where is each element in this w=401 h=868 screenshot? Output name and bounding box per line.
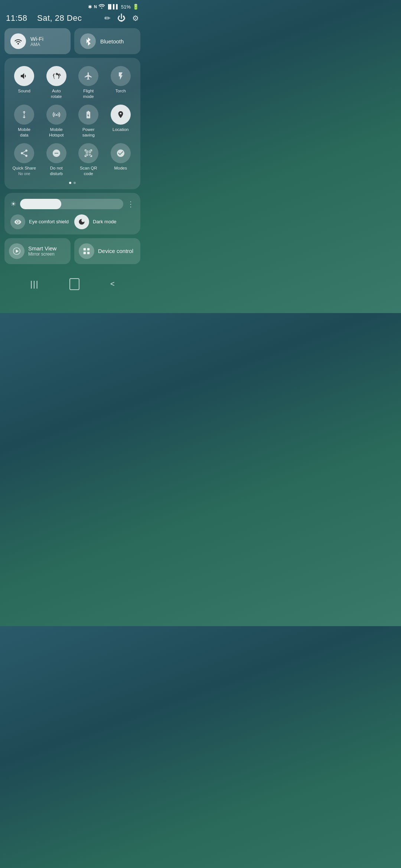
svg-text:A: A <box>17 220 19 223</box>
powersaving-icon <box>78 105 98 125</box>
scanqr-tile[interactable]: Scan QRcode <box>73 142 104 178</box>
mobiledata-tile[interactable]: Mobiledata <box>9 103 40 139</box>
brightness-track[interactable] <box>20 199 123 209</box>
scanqr-label: Scan QRcode <box>80 165 97 177</box>
bluetooth-tile[interactable]: Bluetooth <box>74 28 140 54</box>
wifi-tile-icon <box>10 33 26 49</box>
location-icon <box>111 105 131 125</box>
mobiledata-label: Mobiledata <box>18 127 30 138</box>
status-bar: ✱ N ▐▌▌▌ 51% 🔋 <box>0 0 145 12</box>
sound-icon <box>14 66 34 86</box>
svg-rect-7 <box>84 251 86 254</box>
time: 11:58 <box>6 13 27 23</box>
autorotate-tile[interactable]: Autorotate <box>41 65 72 101</box>
smartview-label: Smart View <box>28 245 56 251</box>
svg-rect-8 <box>87 251 89 254</box>
location-tile[interactable]: Location <box>105 103 136 139</box>
nfc-status-icon: N <box>94 4 97 9</box>
flightmode-tile[interactable]: Flightmode <box>73 65 104 101</box>
wifi-status-icon <box>99 4 105 10</box>
brightness-more-button[interactable]: ⋮ <box>127 200 134 208</box>
bluetooth-tile-icon <box>80 33 96 49</box>
brightness-fill <box>20 199 61 209</box>
mobiledata-icon <box>14 105 34 125</box>
donotdisturb-icon <box>46 143 66 163</box>
autorotate-icon <box>46 66 66 86</box>
svg-rect-6 <box>87 248 89 250</box>
devicecontrol-text: Device control <box>98 248 133 254</box>
header-actions: ✏ ⏻ ⚙ <box>104 13 139 23</box>
sound-label: Sound <box>18 88 30 94</box>
quick-grid-container: Sound Autorotate Flightmode <box>4 58 140 189</box>
location-label: Location <box>113 127 128 132</box>
header-row: 11:58 Sat, 28 Dec ✏ ⏻ ⚙ <box>0 12 145 28</box>
sound-tile[interactable]: Sound <box>9 65 40 101</box>
svg-point-0 <box>17 43 19 45</box>
signal-icon: ▐▌▌▌ <box>107 4 119 9</box>
devicecontrol-tile[interactable]: Device control <box>74 238 140 264</box>
nav-bar: ||| < <box>0 272 145 294</box>
pagination-dots <box>9 182 136 184</box>
battery-percent: 51% <box>121 4 131 10</box>
quick-grid: Sound Autorotate Flightmode <box>9 65 136 178</box>
modes-label: Modes <box>114 165 127 171</box>
dark-mode-tile[interactable]: Dark mode <box>74 214 134 229</box>
devicecontrol-label: Device control <box>98 248 133 254</box>
dark-mode-label: Dark mode <box>93 219 117 224</box>
powersaving-label: Powersaving <box>82 127 95 138</box>
donotdisturb-tile[interactable]: Do notdisturb <box>41 142 72 178</box>
quickshare-tile[interactable]: Quick ShareNo one <box>9 142 40 178</box>
date: Sat, 28 Dec <box>37 13 82 23</box>
bluetooth-label: Bluetooth <box>100 38 124 45</box>
top-quick-tiles: Wi-Fi AMA Bluetooth <box>0 28 145 54</box>
wifi-network-name: AMA <box>30 42 43 47</box>
modes-icon <box>111 143 131 163</box>
quickshare-label: Quick ShareNo one <box>13 165 36 177</box>
torch-label: Torch <box>115 88 126 94</box>
comfort-dark-row: A Eye comfort shield Dark mode <box>10 214 134 229</box>
autorotate-label: Autorotate <box>51 88 62 99</box>
status-icons: ✱ N ▐▌▌▌ 51% 🔋 <box>88 4 139 10</box>
eye-comfort-tile[interactable]: A Eye comfort shield <box>10 214 71 229</box>
smartview-sublabel: Mirror screen <box>28 251 56 257</box>
torch-tile[interactable]: Torch <box>105 65 136 101</box>
wifi-label: Wi-Fi <box>30 36 43 42</box>
brightness-icon: ☀ <box>10 200 16 208</box>
battery-icon: 🔋 <box>133 4 139 10</box>
modes-tile[interactable]: Modes <box>105 142 136 178</box>
home-button[interactable] <box>69 278 79 290</box>
dot-active <box>69 182 71 184</box>
smartview-text: Smart View Mirror screen <box>28 245 56 257</box>
bluetooth-tile-text: Bluetooth <box>100 38 124 45</box>
powersaving-tile[interactable]: Powersaving <box>73 103 104 139</box>
smartview-icon <box>9 243 25 259</box>
time-date: 11:58 Sat, 28 Dec <box>6 13 82 23</box>
torch-icon <box>111 66 131 86</box>
power-button[interactable]: ⏻ <box>117 13 125 23</box>
bottom-tiles: Smart View Mirror screen Device control <box>0 238 145 264</box>
edit-button[interactable]: ✏ <box>104 14 111 23</box>
wifi-tile-text: Wi-Fi AMA <box>30 36 43 47</box>
brightness-container: ☀ ⋮ A Eye comfort shield Dark mode <box>4 193 140 234</box>
dot-inactive <box>74 182 76 184</box>
quickshare-icon <box>14 143 34 163</box>
back-button[interactable]: < <box>110 280 115 288</box>
bluetooth-status-icon: ✱ <box>88 4 92 10</box>
eye-comfort-label: Eye comfort shield <box>29 219 69 224</box>
flightmode-icon <box>78 66 98 86</box>
hotspot-tile[interactable]: MobileHotspot <box>41 103 72 139</box>
smartview-tile[interactable]: Smart View Mirror screen <box>4 238 71 264</box>
dark-mode-icon <box>74 214 89 229</box>
recent-apps-button[interactable]: ||| <box>30 279 39 289</box>
wifi-tile[interactable]: Wi-Fi AMA <box>4 28 71 54</box>
svg-marker-4 <box>16 249 19 253</box>
brightness-row: ☀ ⋮ <box>10 199 134 209</box>
hotspot-label: MobileHotspot <box>49 127 64 138</box>
scanqr-icon <box>78 143 98 163</box>
hotspot-icon <box>46 105 66 125</box>
settings-button[interactable]: ⚙ <box>132 14 139 23</box>
svg-rect-5 <box>84 248 86 250</box>
eye-comfort-icon: A <box>10 214 25 229</box>
devicecontrol-icon <box>79 243 94 259</box>
donotdisturb-label: Do notdisturb <box>50 165 63 177</box>
